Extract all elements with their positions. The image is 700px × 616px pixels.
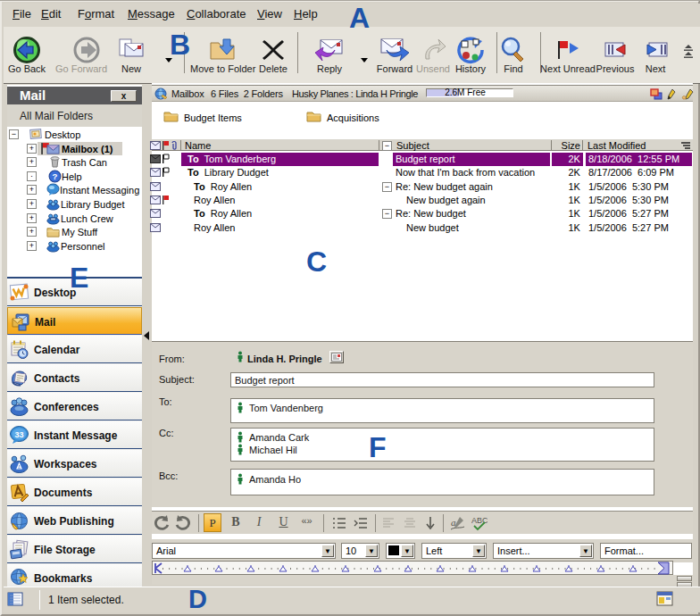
svg-text:33: 33 [14,430,23,439]
svg-text:ABC: ABC [471,516,488,525]
svg-text:?: ? [53,171,58,181]
